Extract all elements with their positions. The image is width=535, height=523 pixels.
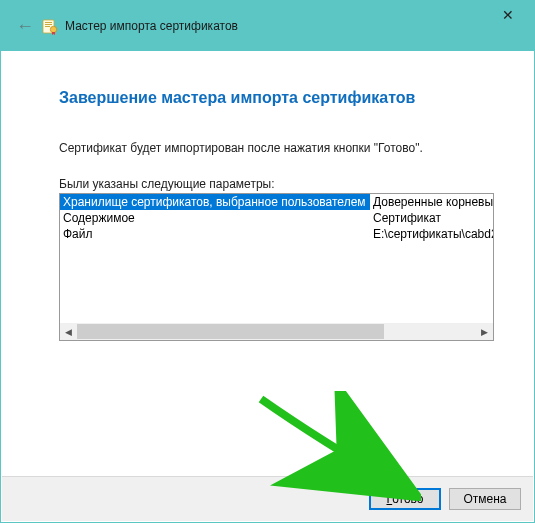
certificate-wizard-icon bbox=[41, 17, 59, 35]
cell-param-value: Сертификат bbox=[370, 210, 494, 226]
svg-point-4 bbox=[50, 26, 56, 32]
cancel-button[interactable]: Отмена bbox=[449, 488, 521, 510]
finish-button[interactable]: Готово bbox=[369, 488, 441, 510]
cell-param-value: E:\сертификаты\cabd2a79a bbox=[370, 226, 494, 242]
footer-button-bar: Готово Отмена bbox=[2, 476, 533, 521]
svg-rect-3 bbox=[45, 26, 50, 27]
horizontal-scrollbar[interactable]: ◀ ▶ bbox=[60, 323, 493, 340]
list-item[interactable]: Хранилище сертификатов, выбранное пользо… bbox=[60, 194, 494, 210]
scroll-thumb[interactable] bbox=[77, 324, 384, 339]
svg-rect-2 bbox=[45, 24, 52, 25]
scroll-right-arrow-icon[interactable]: ▶ bbox=[476, 323, 493, 340]
close-icon: ✕ bbox=[502, 7, 514, 23]
scroll-left-arrow-icon[interactable]: ◀ bbox=[60, 323, 77, 340]
cell-param-name: Содержимое bbox=[60, 210, 370, 226]
completion-message: Сертификат будет импортирован после нажа… bbox=[59, 141, 494, 155]
content-area: Завершение мастера импорта сертификатов … bbox=[1, 51, 534, 341]
cancel-button-label: Отмена bbox=[463, 492, 506, 506]
list-item[interactable]: Файл E:\сертификаты\cabd2a79a bbox=[60, 226, 494, 242]
svg-rect-1 bbox=[45, 22, 52, 23]
list-item[interactable]: Содержимое Сертификат bbox=[60, 210, 494, 226]
back-arrow-icon: ← bbox=[16, 16, 34, 37]
titlebar: ✕ ← Мастер импорта сертификатов bbox=[1, 1, 534, 51]
parameters-listbox[interactable]: Хранилище сертификатов, выбранное пользо… bbox=[59, 193, 494, 341]
cell-param-value: Доверенные корневые цен bbox=[370, 194, 494, 210]
page-heading: Завершение мастера импорта сертификатов bbox=[59, 89, 494, 107]
scroll-track[interactable] bbox=[77, 323, 476, 340]
back-button[interactable]: ← bbox=[15, 16, 35, 36]
window-title: Мастер импорта сертификатов bbox=[65, 19, 238, 33]
close-button[interactable]: ✕ bbox=[488, 3, 528, 27]
cell-param-name: Хранилище сертификатов, выбранное пользо… bbox=[60, 194, 370, 210]
listbox-content: Хранилище сертификатов, выбранное пользо… bbox=[60, 194, 494, 325]
cell-param-name: Файл bbox=[60, 226, 370, 242]
finish-button-label: Готово bbox=[386, 492, 423, 506]
parameters-label: Были указаны следующие параметры: bbox=[59, 177, 494, 191]
